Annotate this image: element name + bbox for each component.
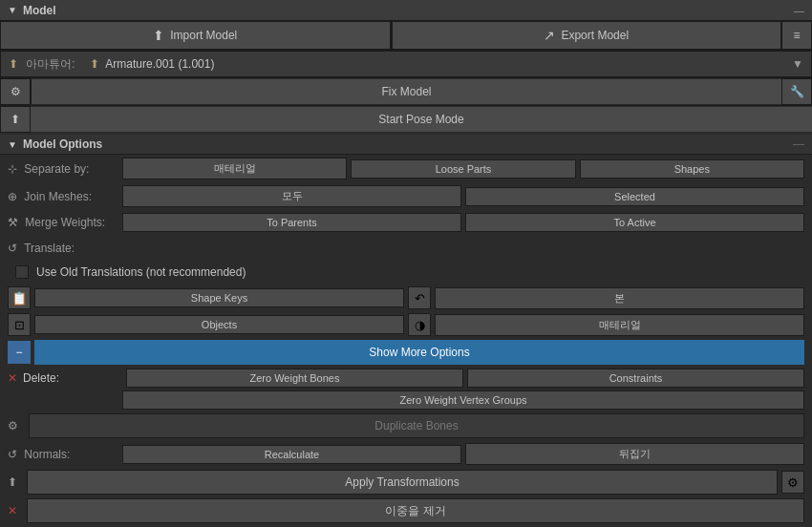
armature-icon2: ⬆ bbox=[90, 57, 99, 71]
duplicate-bones-btn[interactable]: Duplicate Bones bbox=[29, 413, 804, 438]
flip-btn[interactable]: 뒤집기 bbox=[465, 443, 804, 465]
pose-icon: ⬆ bbox=[11, 113, 20, 126]
window-title: Model bbox=[23, 4, 56, 17]
armature-label: 아마튜어: bbox=[26, 56, 75, 73]
wrench-icon: 🔧 bbox=[790, 85, 804, 98]
model-options-header[interactable]: ▼ Model Options — bbox=[0, 135, 812, 155]
fix-model-button[interactable]: Fix Model bbox=[31, 79, 781, 104]
translate-label: ↺ Translate: bbox=[8, 242, 122, 255]
triangle-icon[interactable]: ▼ bbox=[8, 5, 17, 15]
duplicate-icon: ⚙ bbox=[8, 419, 23, 432]
bone-icon: ↶ bbox=[415, 291, 425, 306]
wrench-icon-btn[interactable]: 🔧 bbox=[781, 78, 812, 105]
pose-mode-button[interactable]: Start Pose Mode bbox=[31, 107, 812, 132]
recalculate-btn[interactable]: Recalculate bbox=[122, 445, 461, 464]
gear-btn[interactable]: ⚙ bbox=[781, 471, 804, 494]
separate-shapes-btn[interactable]: Shapes bbox=[580, 159, 804, 179]
shape-keys-btn[interactable]: Shape Keys bbox=[34, 288, 404, 307]
armature-selector[interactable]: ⬆ 아마튜어: ⬆ Armature.001 (1.001) ▼ bbox=[0, 51, 812, 77]
export-button[interactable]: ↗ Export Model bbox=[392, 21, 782, 50]
separate-material-btn[interactable]: 매테리얼 bbox=[122, 158, 347, 179]
bone-icon-btn[interactable]: ↶ bbox=[408, 286, 431, 309]
armature-icon: ⬆ bbox=[9, 57, 18, 71]
apply-transformations-btn[interactable]: Apply Transformations bbox=[27, 470, 778, 495]
merge-active-btn[interactable]: To Active bbox=[465, 213, 804, 232]
objects-btn[interactable]: Objects bbox=[34, 315, 404, 334]
section-title: Model Options bbox=[23, 137, 102, 151]
show-more-btn[interactable]: Show More Options bbox=[34, 340, 804, 365]
zero-weight-bones-btn[interactable]: Zero Weight Bones bbox=[126, 369, 463, 388]
fix-model-icon-btn[interactable]: ⚙ bbox=[0, 78, 31, 105]
material-icon: ◑ bbox=[415, 318, 425, 332]
material-btn[interactable]: 매테리얼 bbox=[435, 314, 804, 336]
object-icon-btn[interactable]: ⊡ bbox=[8, 313, 31, 336]
join-meshes-row: ⊕ Join Meshes: 모두 Selected bbox=[0, 182, 812, 210]
import-icon: ⬆ bbox=[153, 28, 164, 43]
gear-icon: ⚙ bbox=[787, 475, 799, 490]
normals-label: ↺ Normals: bbox=[8, 448, 122, 461]
minus-btn[interactable]: − bbox=[8, 341, 31, 364]
checkbox[interactable] bbox=[15, 265, 29, 279]
remove-doubles-btn[interactable]: 이중을 제거 bbox=[27, 498, 804, 523]
export-icon: ↗ bbox=[544, 28, 555, 43]
delete-label: Delete: bbox=[23, 371, 59, 385]
separate-label: ⊹ Separate by: bbox=[8, 162, 122, 176]
merge-icon: ⚒ bbox=[8, 216, 18, 229]
zero-weight-vertex-btn[interactable]: Zero Weight Vertex Groups bbox=[122, 390, 804, 410]
separate-by-row: ⊹ Separate by: 매테리얼 Loose Parts Shapes bbox=[0, 155, 812, 182]
old-translations-row: Use Old Translations (not recommended) bbox=[0, 260, 812, 285]
translate-row: ↺ Translate: bbox=[0, 235, 812, 260]
copy-icon: 📋 bbox=[11, 291, 28, 306]
window-close[interactable]: — bbox=[794, 5, 804, 16]
armature-value: Armature.001 (1.001) bbox=[105, 57, 214, 71]
import-button[interactable]: ⬆ Import Model bbox=[0, 21, 391, 50]
bone-btn[interactable]: 본 bbox=[435, 287, 804, 309]
separate-loose-btn[interactable]: Loose Parts bbox=[351, 159, 575, 179]
normals-row: ↺ Normals: Recalculate 뒤집기 bbox=[0, 440, 812, 468]
join-icon: ⊕ bbox=[8, 190, 17, 203]
menu-button[interactable]: ≡ bbox=[781, 21, 812, 50]
apply-icon: ⬆ bbox=[8, 475, 23, 489]
join-label: ⊕ Join Meshes: bbox=[8, 190, 122, 203]
separate-icon: ⊹ bbox=[8, 162, 17, 176]
delete-cross-icon: ✕ bbox=[8, 371, 17, 385]
copy-icon-btn[interactable]: 📋 bbox=[8, 286, 31, 309]
section-triangle-icon: ▼ bbox=[8, 139, 17, 150]
material-icon-btn[interactable]: ◑ bbox=[408, 313, 431, 336]
old-translations-label: Use Old Translations (not recommended) bbox=[36, 265, 246, 279]
fix-model-icon: ⚙ bbox=[11, 85, 21, 98]
pose-icon-btn[interactable]: ⬆ bbox=[0, 106, 31, 133]
merge-weights-row: ⚒ Merge Weights: To Parents To Active bbox=[0, 210, 812, 235]
cross-icon: ✕ bbox=[8, 504, 23, 517]
normals-icon: ↺ bbox=[8, 448, 17, 461]
dropdown-arrow-icon: ▼ bbox=[792, 57, 803, 71]
join-all-btn[interactable]: 모두 bbox=[122, 185, 461, 207]
join-selected-btn[interactable]: Selected bbox=[465, 187, 804, 206]
merge-label: ⚒ Merge Weights: bbox=[8, 216, 122, 229]
translate-icon: ↺ bbox=[8, 242, 17, 255]
merge-parents-btn[interactable]: To Parents bbox=[122, 213, 461, 232]
constraints-btn[interactable]: Constraints bbox=[467, 369, 804, 388]
object-icon: ⊡ bbox=[14, 318, 25, 332]
